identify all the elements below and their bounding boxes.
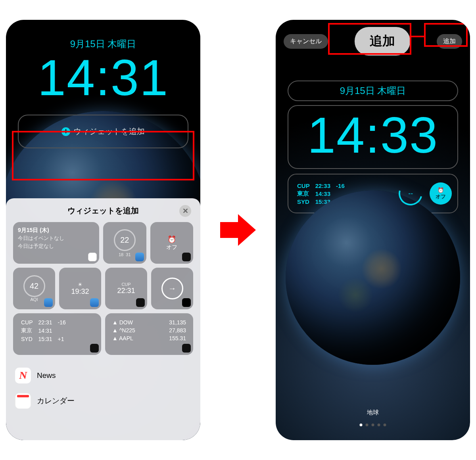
calendar-icon bbox=[88, 253, 97, 261]
wallpaper-caption: 地球 bbox=[367, 409, 379, 416]
highlight-connector bbox=[409, 36, 425, 37]
calendar-icon bbox=[15, 393, 31, 409]
widget-world-clock[interactable]: CUP22:31-16 東京14:31 SYD15:31+1 bbox=[13, 313, 101, 355]
earth-graphic bbox=[286, 190, 460, 365]
lockscreen-time[interactable]: 14:33 bbox=[288, 105, 458, 169]
clock-icon bbox=[182, 253, 191, 261]
widget-stocks[interactable]: ▲ DOW31,135 ▲ ^N22527,883 ▲ AAPL155.31 bbox=[105, 313, 193, 355]
close-button[interactable]: ✕ bbox=[179, 205, 191, 217]
highlight-box bbox=[12, 131, 194, 180]
cancel-button[interactable]: キャンセル bbox=[284, 34, 328, 49]
stocks-icon bbox=[182, 344, 191, 353]
highlight-box bbox=[328, 23, 411, 55]
weather-icon bbox=[135, 253, 144, 261]
app-calendar[interactable]: カレンダー bbox=[13, 388, 193, 414]
clock-icon bbox=[90, 344, 99, 353]
phone-left: 9月15日 木曜日 14:31 + ウィジェットを追加 ウィジェットを追加 ✕ … bbox=[6, 20, 200, 440]
phone-right: キャンセル 追加 追加 9月15日 木曜日 14:33 CUP22:33-16 … bbox=[276, 20, 470, 440]
page-dots[interactable] bbox=[360, 424, 386, 426]
widget-weather-temp[interactable]: 22 18 31 bbox=[103, 222, 146, 264]
lockscreen-time[interactable]: 14:31 bbox=[6, 48, 200, 107]
widget-city-clock[interactable]: CUP 22:31 bbox=[105, 268, 147, 309]
weather-icon bbox=[44, 298, 53, 307]
widget-calendar[interactable]: 9月15日 (木) 今日はイベントなし 今日は予定なし bbox=[13, 222, 99, 264]
widget-sunset[interactable]: ☀ 19:32 bbox=[59, 268, 101, 309]
widget-alarm[interactable]: ⏰ オフ bbox=[150, 222, 194, 264]
weather-icon bbox=[90, 298, 99, 307]
app-news[interactable]: News bbox=[13, 363, 193, 388]
app-list: News カレンダー bbox=[13, 363, 193, 414]
widget-picker-sheet: ウィジェットを追加 ✕ 9月15日 (木) 今日はイベントなし 今日は予定なし … bbox=[6, 198, 200, 440]
clock-icon bbox=[136, 298, 145, 307]
widget-activity[interactable]: → bbox=[151, 268, 193, 309]
sheet-title: ウィジェットを追加 bbox=[67, 205, 139, 216]
highlight-box bbox=[424, 23, 468, 47]
alarm-widget: ⏰ オフ bbox=[430, 182, 452, 205]
activity-icon bbox=[182, 298, 191, 307]
arrow-icon bbox=[220, 210, 256, 250]
news-icon bbox=[15, 368, 31, 383]
widget-aqi[interactable]: 42 AQI bbox=[13, 268, 55, 309]
svg-marker-0 bbox=[220, 214, 256, 246]
alarm-icon: ⏰ bbox=[438, 187, 444, 193]
lockscreen-date[interactable]: 9月15日 木曜日 bbox=[288, 80, 458, 101]
